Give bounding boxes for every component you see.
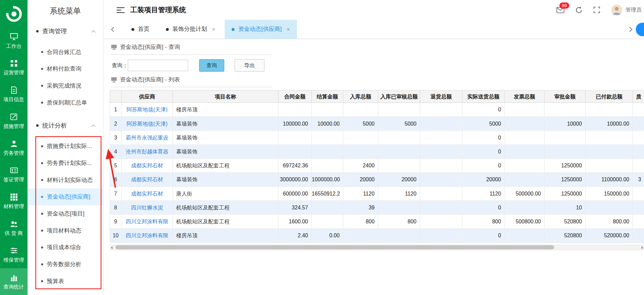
menu-item-procurement-completion[interactable]: 采购完成情况 [27,77,103,94]
table-row[interactable]: 6成都实邦石材幕墙装饰3000000.001000000.00200002000… [110,172,644,186]
menu-item-contract-ledger-summary[interactable]: 合同台账汇总 [27,43,103,60]
row-index-cell: 8 [110,201,121,215]
rail-item-maintenance[interactable]: 维保管理 [0,241,27,268]
bullet-icon [41,162,43,164]
bar-chart-icon [9,273,18,281]
scroll-right-arrow-icon[interactable] [642,246,643,250]
table-row[interactable]: 4沧州市彭越体育器幕墙装饰0 [110,145,644,159]
rail-item-measures[interactable]: 措施管理 [0,108,27,135]
supplier-link[interactable]: 霸州市永强起重设 [121,131,173,145]
table-row[interactable]: 3霸州市永强起重设幕墙装饰0 [110,131,644,145]
value-cell: 5000 [462,117,505,131]
value-cell: 0.00 [312,228,343,242]
table-row[interactable]: 1阿苏斯地毯(天津)楼房吊顶0 [110,103,644,116]
supplier-link[interactable]: 成都实邦石材 [121,172,173,186]
rail-item-labor[interactable]: 劳务管理 [0,134,27,161]
column-header-supplier[interactable]: 供应商 [121,90,173,103]
column-header-actual-delivery-total[interactable]: 实际送货总额 [462,90,505,103]
scrollbar-thumb[interactable] [115,245,554,249]
search-input[interactable] [128,60,188,71]
tab-close-icon[interactable]: × [287,26,290,32]
column-header-approved-amount[interactable]: 审批金额 [544,90,585,103]
column-header-invoice-total[interactable]: 发票总额 [505,90,544,103]
table-row[interactable]: 5成都实邦石材机场航站区及配套工程697242.36240001250000 [110,159,644,172]
rail-item-query-stats[interactable]: 查询统计 [0,268,27,295]
column-header-inbound-audited-total[interactable]: 入库已审核总额 [378,90,420,103]
menu-item-project-cost-comprehensive[interactable]: 项目成本综合 [27,239,103,256]
column-header-paid-total[interactable]: 已付款总额 [585,90,632,103]
scroll-left-arrow-icon[interactable] [111,246,113,250]
supplier-link[interactable]: 四川立邦涂料有限 [121,215,173,228]
avatar[interactable] [611,4,622,16]
table-row[interactable]: 2阿苏斯地毯(天津)幕墙装饰100000.0010000.00500050005… [110,117,644,131]
app-logo[interactable] [0,0,27,27]
value-cell: 600000.00 [278,187,312,201]
menu-item-label: 材料计划实际动态 [47,176,93,184]
table-row[interactable]: 10四川立邦涂料有限楼房吊顶2.400.000520800520000.00 [110,228,644,242]
bullet-icon [41,68,43,70]
column-header-inbound-total[interactable]: 入库总额 [343,90,378,103]
messages-icon[interactable]: 99 [557,7,564,13]
column-header-contract-amount[interactable]: 合同金额 [278,90,312,103]
export-button[interactable]: 导出 [235,59,265,72]
menu-item-material-payment-query[interactable]: 材料付款查询 [27,60,103,77]
value-cell: 20000 [343,172,378,186]
menu-item-labor-data-analysis[interactable]: 劳务数据分析 [27,256,103,273]
collapse-chevron-icon[interactable] [92,124,96,128]
tab-home[interactable]: 首页 [124,20,156,39]
tab-overflow-button[interactable] [636,23,644,36]
menu-item-project-material-dynamics[interactable]: 项目材料动态 [27,222,103,239]
refresh-icon[interactable] [575,6,583,14]
supplier-link[interactable]: 四川红狮水泥 [121,201,173,215]
menu-item-fund-dynamics-supplier[interactable]: 资金动态[供应商] [27,188,103,205]
menu-item-fund-dynamics-project[interactable]: 资金动态[项目] [27,205,103,222]
tabs-scroll-right-icon[interactable] [627,26,632,32]
menu-item-budget-table[interactable]: 预算表 [27,273,103,290]
supplier-link[interactable]: 四川立邦涂料有限 [121,228,173,242]
rail-item-operations[interactable]: 运营管理 [0,54,27,81]
supplier-link[interactable]: 阿苏斯地毯(天津) [121,103,173,116]
table-row[interactable]: 8四川红狮水泥机场航站区及配套工程324.5739010 [110,201,644,215]
supplier-link[interactable]: 成都实邦石材 [121,187,173,201]
column-header-project-name[interactable]: 项目名称 [173,90,278,103]
tab-fund-dynamics-supplier[interactable]: 资金动态[供应商] × [225,20,297,39]
value-cell [505,145,544,159]
value-cell: 5000 [343,117,378,131]
menu-section-query-management[interactable]: 查询管理 [27,22,103,40]
bullet-icon [41,213,43,215]
rail-item-visa[interactable]: 签证管理 [0,161,27,188]
column-header-returns-total[interactable]: 退货总额 [420,90,462,103]
collapse-chevron-icon[interactable] [92,30,96,34]
tabs-scroll-left-icon[interactable] [111,26,116,32]
supplier-link[interactable]: 阿苏斯地毯(天津) [121,117,173,131]
menu-item-labor-cost-plan-actual[interactable]: 劳务费计划实际... [27,155,103,172]
rail-item-project-info[interactable]: 项目信息 [0,81,27,108]
tab-close-icon[interactable]: × [212,26,215,32]
table-row[interactable]: 7成都实邦石材唐人街600000.0016550912.211201120112… [110,187,644,201]
menu-item-material-plan-actual-dynamics[interactable]: 材料计划实际动态 [27,171,103,188]
value-cell: 800 [462,215,505,228]
column-header-settlement-amount[interactable]: 结算金额 [312,90,343,103]
menu-section-statistical-analysis[interactable]: 统计分析 [27,116,103,134]
supplier-link[interactable]: 沧州市彭越体育器 [121,145,173,159]
supplier-link[interactable]: 成都实邦石材 [121,159,173,172]
horizontal-scrollbar[interactable] [110,244,644,251]
menu-fold-icon[interactable] [117,7,124,13]
bullet-icon [41,179,43,181]
value-cell [312,215,343,228]
document-icon [9,86,18,94]
column-header-quality-cutoff[interactable]: 质 [633,90,644,103]
rail-item-workbench[interactable]: 工作台 [0,27,27,54]
rail-item-materials[interactable]: 材料管理 [0,188,27,215]
rail-item-suppliers[interactable]: 供 货 商 [0,215,27,242]
bullet-icon [36,124,39,127]
menu-item-label: 材料付款查询 [47,65,81,73]
menu-item-measure-cost-plan-actual[interactable]: 措施费计划实际... [27,138,103,155]
menu-item-warranty-expiry-summary[interactable]: 质保到期汇总单 [27,94,103,111]
search-button[interactable]: 查询 [199,59,224,72]
table-row[interactable]: 9四川立邦涂料有限机场航站区及配套工程1600.0080080080050080… [110,215,644,228]
user-menu[interactable]: 管理员 [611,4,642,16]
value-cell [505,103,544,116]
tab-decoration-batch-plan[interactable]: 装饰分批计划 × [159,20,222,39]
fullscreen-icon[interactable] [593,6,600,13]
